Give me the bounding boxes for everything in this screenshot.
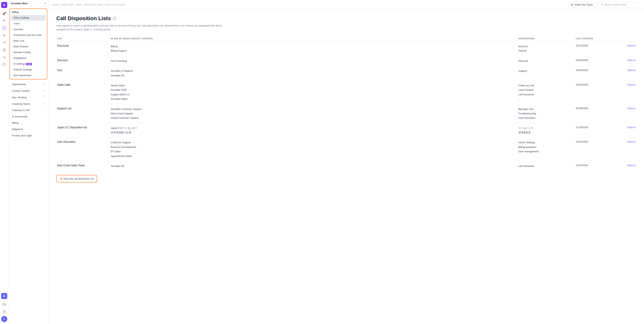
svg-point-0	[4, 20, 4, 21]
svg-point-10	[601, 4, 603, 6]
options-link[interactable]: Options	[627, 126, 636, 129]
sidebar-item-office-settings[interactable]: Office Settings	[11, 15, 46, 21]
workspace-selector[interactable]: Aerolabs Main ▼	[8, 0, 48, 7]
list-name: Support List	[56, 107, 110, 110]
sidebar-group-departments[interactable]: Departments +	[10, 81, 47, 87]
dispositions: Manager CallTroubleshootingUser Educatio…	[518, 107, 575, 120]
svg-point-7	[571, 4, 572, 5]
options-link[interactable]: Options	[627, 83, 636, 86]
last-updated-date: 11/28/2024	[575, 126, 613, 129]
office-label: Office	[10, 10, 47, 15]
list-name: East Coast Sales Team	[56, 164, 110, 167]
sidebar-group-contact-centers[interactable]: Contact Centers +	[10, 88, 47, 94]
sidebar-item-users[interactable]: Users	[11, 21, 46, 26]
page-content: Call Disposition Lists ⓘ Asks agents to …	[49, 10, 644, 324]
sidebar-group-privacy[interactable]: Privacy and Legal	[10, 132, 47, 138]
options-link[interactable]: Options	[627, 164, 636, 167]
svg-marker-3	[4, 304, 6, 305]
dialpad-ai-icon[interactable]: N	[1, 293, 7, 299]
box-icon[interactable]	[1, 61, 7, 68]
options-cell: Options	[613, 140, 636, 143]
options-link[interactable]: Options	[627, 69, 636, 72]
contact-centers: Aerolabs Ai SupportAerolabs AE	[110, 69, 518, 78]
trending-icon[interactable]	[1, 54, 7, 60]
info-icon[interactable]: ⓘ	[113, 16, 116, 21]
list-name: Discounts	[56, 44, 110, 47]
sidebar-item-qos[interactable]: QoS Dashboard	[11, 73, 46, 78]
last-updated-date: 11/22/2024	[575, 140, 613, 143]
plus-circle-icon: ⊕	[60, 177, 62, 181]
last-updated-date: 01/24/2025	[575, 59, 613, 62]
sidebar-item-desk-phones[interactable]: Desk Phones	[11, 44, 46, 49]
col-last-updated: LAST UPDATED	[575, 37, 613, 40]
sidebar-group-geo-routing[interactable]: Geo. Routing +	[10, 94, 47, 100]
options-cell: Options	[613, 59, 636, 62]
table-header: LIST IN USE IN THESE CONTACT CENTERS: DI…	[56, 36, 636, 41]
sidebar-item-ai-settings[interactable]: Ai SettingsNEW	[11, 61, 46, 67]
contact-centers: Global SalesAerolabs SDRSupport Batch 11…	[110, 83, 518, 101]
sidebar-group-billing[interactable]: Billing	[10, 120, 47, 126]
person-icon[interactable]	[1, 18, 7, 24]
plus-icon[interactable]: +	[44, 83, 45, 86]
contact-centers: Aerolabs AE	[110, 164, 518, 168]
sidebar-item-main-line[interactable]: Main Line	[11, 38, 46, 44]
settings-icon[interactable]	[1, 25, 7, 31]
options-cell: Options	[613, 107, 636, 110]
dispositions: Follow up CallLead CreatedLeft Voicemail…	[518, 83, 575, 101]
sidebar-group-coaching-teams[interactable]: Coaching Teams +	[10, 101, 47, 107]
options-link[interactable]: Options	[627, 140, 636, 143]
user-avatar[interactable]: A	[1, 316, 7, 322]
options-cell: Options	[613, 44, 636, 47]
dispositions: Discount	[518, 59, 575, 63]
sidebar-item-number-porting[interactable]: Number Porting	[11, 50, 46, 55]
options-cell: Options	[613, 126, 636, 129]
help-icon[interactable]	[1, 309, 7, 315]
office-section: Office Office Settings Users Licenses Pr…	[10, 9, 47, 79]
last-updated-date: 02/10/2025	[575, 44, 613, 47]
plus-icon[interactable]: +	[44, 96, 45, 99]
add-disposition-list-button[interactable]: ⊕ Add new call disposition list	[56, 175, 97, 183]
options-link[interactable]: Options	[627, 44, 636, 47]
sidebar-item-integrations[interactable]: Integrations	[11, 55, 46, 61]
plus-icon[interactable]: +	[44, 89, 45, 92]
invite-team-button[interactable]: Invite Your Team	[568, 2, 596, 8]
office-settings-label: Office Settings	[14, 16, 30, 19]
svg-rect-4	[3, 303, 4, 305]
last-updated-date: 11/07/2024	[575, 164, 613, 167]
col-dispositions: DISPOSITIONS	[518, 37, 575, 40]
search-icon	[601, 4, 604, 6]
options-link[interactable]: Options	[627, 59, 636, 62]
video-icon[interactable]	[1, 301, 7, 307]
options-link[interactable]: Options	[627, 107, 636, 110]
sidebar: Aerolabs Main ▼ Office Office Settings U…	[8, 0, 49, 324]
rocket-icon[interactable]: 🚀	[1, 10, 7, 17]
chevron-down-icon: ▼	[44, 2, 46, 5]
search-placeholder: Search Help Center	[604, 3, 626, 6]
table-row: User Education Customer SupportBusiness …	[56, 137, 636, 161]
search-help-bar[interactable]: Search Help Center	[598, 2, 640, 8]
dispositions: Left Voicemail	[518, 164, 575, 168]
dispositions: discountRefund	[518, 44, 575, 53]
dispositions: Admin SettingsBilling questionsUser mana…	[518, 140, 575, 154]
topbar: ADMIN / AEROLABS - MAIN. / AEROLABS MAIN…	[49, 0, 644, 10]
sidebar-item-promotions[interactable]: Promotions and free trials	[11, 32, 46, 38]
table-body: Discounts BillingBilling Support discoun…	[56, 41, 636, 171]
table-row: Test Aerolabs Ai SupportAerolabs AE Supp…	[56, 66, 636, 81]
clock-icon[interactable]	[1, 47, 7, 53]
table-row: Discount First Coaching Discount 01/24/2…	[56, 56, 636, 66]
options-cell: Options	[613, 69, 636, 72]
add-button-label: Add new call disposition list	[64, 177, 94, 180]
plus-icon[interactable]: +	[44, 102, 45, 105]
sidebar-group-dialpad-ai[interactable]: Dialpad Ai	[10, 126, 47, 132]
sidebar-group-ai-scorecards[interactable]: Ai Scorecards	[10, 114, 47, 119]
contact-centers: BillingBilling Support	[110, 44, 518, 53]
sidebar-item-licenses[interactable]: Licenses	[11, 27, 46, 32]
sidebar-item-failover[interactable]: Failover Settings	[11, 67, 46, 72]
activity-icon[interactable]	[1, 40, 7, 46]
app-logo[interactable]: N	[1, 2, 7, 8]
chart-icon[interactable]	[1, 32, 7, 38]
table-row: East Coast Sales Team Aerolabs AE Left V…	[56, 161, 636, 171]
svg-point-1	[4, 28, 4, 28]
list-name: Sales Calls	[56, 83, 110, 86]
sidebar-group-channels-ivr[interactable]: Channels & IVR	[10, 107, 47, 113]
